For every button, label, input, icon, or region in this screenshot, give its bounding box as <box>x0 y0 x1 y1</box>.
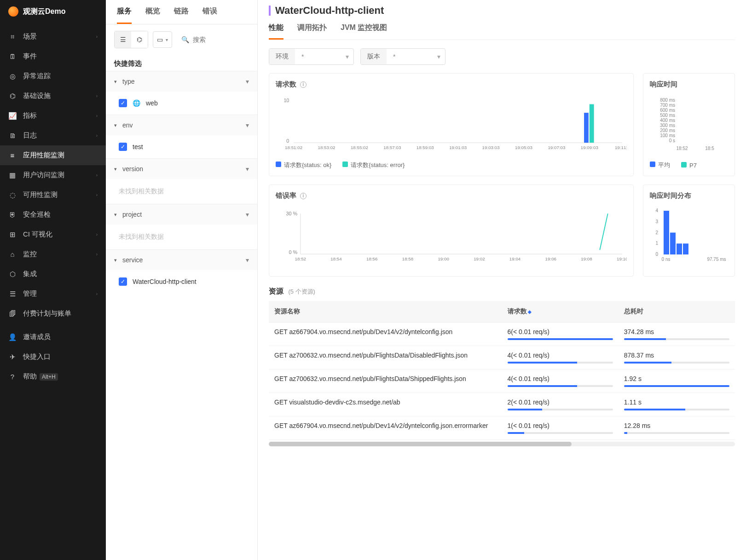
filter-config-icon[interactable]: ▾ <box>246 256 249 264</box>
service-tabs: 服务概览链路错误 <box>106 0 257 24</box>
requests-chart-svg: 10018:51:0218:53:0218:55:0218:57:0318:59… <box>276 92 627 157</box>
resource-name: GET az667904.vo.msecnd.net/pub/Dev14/v2/… <box>269 323 502 346</box>
svg-text:18:56: 18:56 <box>366 256 377 261</box>
table-row[interactable]: GET az700632.vo.msecnd.net/pub/FlightsDa… <box>269 369 735 393</box>
col-header[interactable]: 资源名称 <box>269 301 502 323</box>
nav-icon: ⛨ <box>8 211 17 219</box>
latency-dist-chart: 响应时间分布 012340 ns97.75 ms <box>643 185 735 277</box>
nav-指标[interactable]: 📈指标› <box>0 106 106 126</box>
legend-item[interactable]: P7 <box>681 162 697 169</box>
nav-付费计划与账单[interactable]: 🗐付费计划与账单 <box>0 304 106 323</box>
tab-错误[interactable]: 错误 <box>202 6 217 24</box>
svg-text:18:55:02: 18:55:02 <box>351 145 368 150</box>
info-icon[interactable]: i <box>300 193 306 199</box>
search-box[interactable]: 🔍 <box>177 31 249 48</box>
nav-管理[interactable]: ☰管理› <box>0 284 106 304</box>
detail-tab-JVM 监控视图[interactable]: JVM 监控视图 <box>341 23 387 40</box>
nav-事件[interactable]: 🗓事件 <box>0 46 106 66</box>
nav-应用性能监测[interactable]: ≡应用性能监测 <box>0 145 106 165</box>
detail-tab-调用拓扑[interactable]: 调用拓扑 <box>297 23 327 40</box>
tree-view-button[interactable]: ⌬ <box>131 31 148 48</box>
svg-text:0: 0 <box>286 138 289 144</box>
table-row[interactable]: GET az667904.vo.msecnd.net/pub/Dev14/v2/… <box>269 323 735 346</box>
filter-head[interactable]: ▾type▾ <box>106 71 257 92</box>
tab-服务[interactable]: 服务 <box>117 6 132 24</box>
filter-head[interactable]: ▾env▾ <box>106 115 257 135</box>
nav-基础设施[interactable]: ⌬基础设施› <box>0 86 106 106</box>
checkbox-icon[interactable]: ✓ <box>119 143 127 151</box>
svg-text:600 ms: 600 ms <box>660 108 675 113</box>
filter-item[interactable]: ✓WaterCloud-http-client <box>114 275 249 289</box>
filter-group-version: ▾version▾未找到相关数据 <box>106 158 257 204</box>
nav-CI 可视化[interactable]: ⊞CI 可视化› <box>0 225 106 244</box>
col-header[interactable]: 请求数 ◆ <box>502 301 619 323</box>
svg-text:19:07:03: 19:07:03 <box>548 145 565 150</box>
checkbox-icon[interactable]: ✓ <box>119 99 127 107</box>
brand-logo[interactable]: 观测云Demo <box>0 0 106 23</box>
no-data-text: 未找到相关数据 <box>114 229 249 245</box>
filter-config-icon[interactable]: ▾ <box>246 211 249 218</box>
tab-链路[interactable]: 链路 <box>174 6 189 24</box>
svg-text:700 ms: 700 ms <box>660 103 675 108</box>
error-rate-chart: 错误率i 30 %0 %18:5218:5418:5618:5819:0019:… <box>269 185 634 277</box>
svg-text:0 %: 0 % <box>289 249 297 255</box>
col-header[interactable]: 总耗时 <box>619 301 735 323</box>
nav-帮助[interactable]: ?帮助Alt+H <box>0 367 106 387</box>
quick-filter-title: 快捷筛选 <box>106 55 257 71</box>
chevron-right-icon: › <box>96 93 98 98</box>
nav-邀请成员[interactable]: 👤邀请成员 <box>0 327 106 347</box>
nav-集成[interactable]: ⬡集成 <box>0 264 106 284</box>
nav-icon: ◎ <box>8 72 17 81</box>
legend-item[interactable]: 请求数{status: error} <box>342 161 405 169</box>
svg-text:500 ms: 500 ms <box>660 113 675 118</box>
search-input[interactable] <box>193 36 244 43</box>
filter-config-icon[interactable]: ▾ <box>246 78 249 85</box>
list-view-button[interactable]: ☰ <box>115 31 131 48</box>
horizontal-scrollbar[interactable] <box>269 442 735 446</box>
svg-text:97.75 ms: 97.75 ms <box>707 257 726 262</box>
no-data-text: 未找到相关数据 <box>114 184 249 199</box>
nav-异常追踪[interactable]: ◎异常追踪 <box>0 66 106 86</box>
table-row[interactable]: GET az700632.vo.msecnd.net/pub/FlightsDa… <box>269 346 735 369</box>
detail-title: WaterCloud-http-client <box>269 5 735 17</box>
filter-head[interactable]: ▾service▾ <box>106 250 257 270</box>
combo-版本[interactable]: 版本*▾ <box>360 48 445 65</box>
info-icon[interactable]: i <box>300 81 306 88</box>
checkbox-icon[interactable]: ✓ <box>119 277 127 286</box>
nav-可用性监测[interactable]: ◌可用性监测› <box>0 185 106 205</box>
chevron-down-icon: ▾ <box>114 257 117 263</box>
brand-name: 观测云Demo <box>23 7 65 17</box>
svg-text:0: 0 <box>655 252 658 257</box>
filter-item[interactable]: ✓🌐web <box>114 96 249 110</box>
svg-text:100 ms: 100 ms <box>660 133 675 138</box>
legend-item[interactable]: 请求数{status: ok} <box>276 161 331 169</box>
filter-combos: 环境*▾版本*▾ <box>269 48 735 65</box>
legend-item[interactable]: 平均 <box>650 161 670 169</box>
svg-text:18:52: 18:52 <box>676 146 688 151</box>
combo-环境[interactable]: 环境*▾ <box>269 48 354 65</box>
filter-item[interactable]: ✓test <box>114 140 249 154</box>
resources-title: 资源 <box>269 287 283 295</box>
table-row[interactable]: GET visualstudio-devdiv-c2s.msedge.net/a… <box>269 393 735 416</box>
nav-icon: 🗐 <box>8 310 17 318</box>
nav-快捷入口[interactable]: ✈快捷入口 <box>0 347 106 367</box>
chevron-down-icon: ▾ <box>341 49 353 64</box>
nav-安全巡检[interactable]: ⛨安全巡检 <box>0 205 106 225</box>
chevron-down-icon: ▾ <box>114 212 117 218</box>
nav-用户访问监测[interactable]: ▦用户访问监测› <box>0 165 106 185</box>
nav-icon: ⌗ <box>8 33 17 41</box>
tab-概览[interactable]: 概览 <box>145 6 160 24</box>
detail-tab-性能[interactable]: 性能 <box>269 23 283 40</box>
filter-head[interactable]: ▾project▾ <box>106 204 257 225</box>
filter-head[interactable]: ▾version▾ <box>106 159 257 179</box>
filter-config-icon[interactable]: ▾ <box>246 121 249 129</box>
filter-config-icon[interactable]: ▾ <box>246 165 249 173</box>
nav-icon: 📈 <box>8 112 17 120</box>
layout-select[interactable]: ▭ ▾ <box>153 31 172 48</box>
logo-icon <box>8 6 18 17</box>
nav-监控[interactable]: ⌂监控› <box>0 244 106 264</box>
nav-日志[interactable]: 🗎日志› <box>0 126 106 145</box>
nav-场景[interactable]: ⌗场景› <box>0 27 106 46</box>
table-row[interactable]: GET az667904.vo.msecnd.net/pub/Dev14/v2/… <box>269 416 735 440</box>
svg-text:19:10: 19:10 <box>617 256 627 261</box>
